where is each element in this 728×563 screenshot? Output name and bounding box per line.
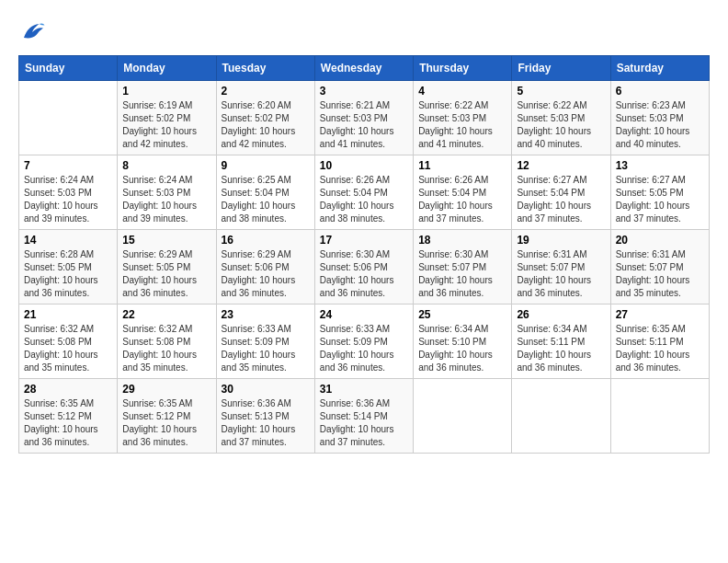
calendar-cell: 18Sunrise: 6:30 AMSunset: 5:07 PMDayligh… xyxy=(414,230,512,304)
day-info: Sunrise: 6:24 AMSunset: 5:03 PMDaylight:… xyxy=(24,174,112,225)
day-number: 30 xyxy=(222,383,310,396)
day-info: Sunrise: 6:24 AMSunset: 5:03 PMDaylight:… xyxy=(122,174,210,225)
day-number: 15 xyxy=(122,234,210,247)
header-tuesday: Tuesday xyxy=(216,56,314,81)
day-number: 3 xyxy=(320,85,408,98)
calendar-body: 1Sunrise: 6:19 AMSunset: 5:02 PMDaylight… xyxy=(19,81,710,454)
day-info: Sunrise: 6:26 AMSunset: 5:04 PMDaylight:… xyxy=(320,174,408,225)
calendar-cell: 30Sunrise: 6:36 AMSunset: 5:13 PMDayligh… xyxy=(216,379,314,454)
day-number: 19 xyxy=(517,234,605,247)
calendar-cell xyxy=(512,379,610,454)
day-info: Sunrise: 6:22 AMSunset: 5:03 PMDaylight:… xyxy=(418,99,506,151)
header-friday: Friday xyxy=(512,56,610,81)
week-row-1: 1Sunrise: 6:19 AMSunset: 5:02 PMDaylight… xyxy=(19,81,710,155)
day-number: 8 xyxy=(122,159,210,172)
calendar-cell: 12Sunrise: 6:27 AMSunset: 5:04 PMDayligh… xyxy=(512,155,610,230)
day-number: 26 xyxy=(517,308,605,321)
day-number: 1 xyxy=(122,85,210,98)
day-info: Sunrise: 6:27 AMSunset: 5:05 PMDaylight:… xyxy=(616,174,704,225)
header-wednesday: Wednesday xyxy=(314,56,413,81)
calendar-cell: 24Sunrise: 6:33 AMSunset: 5:09 PMDayligh… xyxy=(314,304,413,379)
logo xyxy=(18,18,50,46)
calendar-cell: 3Sunrise: 6:21 AMSunset: 5:03 PMDaylight… xyxy=(314,81,413,155)
header-thursday: Thursday xyxy=(414,56,512,81)
calendar-cell: 20Sunrise: 6:31 AMSunset: 5:07 PMDayligh… xyxy=(610,230,709,304)
week-row-2: 7Sunrise: 6:24 AMSunset: 5:03 PMDaylight… xyxy=(19,155,710,230)
day-number: 18 xyxy=(418,234,506,247)
day-number: 17 xyxy=(320,234,408,247)
day-number: 31 xyxy=(320,383,408,396)
day-number: 12 xyxy=(517,159,605,172)
day-info: Sunrise: 6:29 AMSunset: 5:05 PMDaylight:… xyxy=(122,248,210,300)
calendar-cell: 19Sunrise: 6:31 AMSunset: 5:07 PMDayligh… xyxy=(512,230,610,304)
calendar-cell: 17Sunrise: 6:30 AMSunset: 5:06 PMDayligh… xyxy=(314,230,413,304)
day-info: Sunrise: 6:31 AMSunset: 5:07 PMDaylight:… xyxy=(616,248,704,300)
day-info: Sunrise: 6:21 AMSunset: 5:03 PMDaylight:… xyxy=(320,99,408,151)
day-info: Sunrise: 6:29 AMSunset: 5:06 PMDaylight:… xyxy=(222,248,310,300)
header-row: SundayMondayTuesdayWednesdayThursdayFrid… xyxy=(19,56,710,81)
page-header xyxy=(18,18,710,46)
calendar-cell: 23Sunrise: 6:33 AMSunset: 5:09 PMDayligh… xyxy=(216,304,314,379)
day-info: Sunrise: 6:36 AMSunset: 5:14 PMDaylight:… xyxy=(320,397,408,449)
day-info: Sunrise: 6:20 AMSunset: 5:02 PMDaylight:… xyxy=(222,99,310,151)
day-info: Sunrise: 6:25 AMSunset: 5:04 PMDaylight:… xyxy=(222,174,310,225)
day-info: Sunrise: 6:30 AMSunset: 5:06 PMDaylight:… xyxy=(320,248,408,300)
week-row-3: 14Sunrise: 6:28 AMSunset: 5:05 PMDayligh… xyxy=(19,230,710,304)
day-number: 11 xyxy=(418,159,506,172)
calendar-cell: 5Sunrise: 6:22 AMSunset: 5:03 PMDaylight… xyxy=(512,81,610,155)
day-info: Sunrise: 6:22 AMSunset: 5:03 PMDaylight:… xyxy=(517,99,605,151)
calendar-cell: 29Sunrise: 6:35 AMSunset: 5:12 PMDayligh… xyxy=(118,379,216,454)
day-number: 13 xyxy=(616,159,704,172)
calendar-cell: 27Sunrise: 6:35 AMSunset: 5:11 PMDayligh… xyxy=(610,304,709,379)
calendar-cell: 11Sunrise: 6:26 AMSunset: 5:04 PMDayligh… xyxy=(414,155,512,230)
day-info: Sunrise: 6:30 AMSunset: 5:07 PMDaylight:… xyxy=(418,248,506,300)
day-number: 20 xyxy=(616,234,704,247)
day-number: 27 xyxy=(616,308,704,321)
day-info: Sunrise: 6:36 AMSunset: 5:13 PMDaylight:… xyxy=(222,397,310,449)
calendar-cell: 6Sunrise: 6:23 AMSunset: 5:03 PMDaylight… xyxy=(610,81,709,155)
day-number: 22 xyxy=(122,308,210,321)
calendar-cell: 26Sunrise: 6:34 AMSunset: 5:11 PMDayligh… xyxy=(512,304,610,379)
day-info: Sunrise: 6:32 AMSunset: 5:08 PMDaylight:… xyxy=(122,323,210,374)
logo-icon xyxy=(18,18,46,46)
calendar-cell: 13Sunrise: 6:27 AMSunset: 5:05 PMDayligh… xyxy=(610,155,709,230)
day-number: 2 xyxy=(222,85,310,98)
day-number: 24 xyxy=(320,308,408,321)
day-info: Sunrise: 6:34 AMSunset: 5:10 PMDaylight:… xyxy=(418,323,506,374)
day-number: 25 xyxy=(418,308,506,321)
header-monday: Monday xyxy=(118,56,216,81)
week-row-5: 28Sunrise: 6:35 AMSunset: 5:12 PMDayligh… xyxy=(19,379,710,454)
day-info: Sunrise: 6:26 AMSunset: 5:04 PMDaylight:… xyxy=(418,174,506,225)
day-info: Sunrise: 6:32 AMSunset: 5:08 PMDaylight:… xyxy=(24,323,112,374)
calendar-cell xyxy=(610,379,709,454)
day-number: 9 xyxy=(222,159,310,172)
day-number: 16 xyxy=(222,234,310,247)
day-info: Sunrise: 6:35 AMSunset: 5:11 PMDaylight:… xyxy=(616,323,704,374)
calendar-cell: 10Sunrise: 6:26 AMSunset: 5:04 PMDayligh… xyxy=(314,155,413,230)
calendar-cell: 2Sunrise: 6:20 AMSunset: 5:02 PMDaylight… xyxy=(216,81,314,155)
calendar-cell: 16Sunrise: 6:29 AMSunset: 5:06 PMDayligh… xyxy=(216,230,314,304)
day-info: Sunrise: 6:33 AMSunset: 5:09 PMDaylight:… xyxy=(222,323,310,374)
day-number: 4 xyxy=(418,85,506,98)
calendar-cell: 31Sunrise: 6:36 AMSunset: 5:14 PMDayligh… xyxy=(314,379,413,454)
calendar-cell xyxy=(414,379,512,454)
day-info: Sunrise: 6:33 AMSunset: 5:09 PMDaylight:… xyxy=(320,323,408,374)
day-number: 29 xyxy=(122,383,210,396)
calendar-cell: 8Sunrise: 6:24 AMSunset: 5:03 PMDaylight… xyxy=(118,155,216,230)
calendar-cell xyxy=(19,81,118,155)
header-sunday: Sunday xyxy=(19,56,118,81)
day-number: 21 xyxy=(24,308,112,321)
header-saturday: Saturday xyxy=(610,56,709,81)
day-info: Sunrise: 6:31 AMSunset: 5:07 PMDaylight:… xyxy=(517,248,605,300)
day-number: 6 xyxy=(616,85,704,98)
calendar-cell: 25Sunrise: 6:34 AMSunset: 5:10 PMDayligh… xyxy=(414,304,512,379)
calendar-cell: 1Sunrise: 6:19 AMSunset: 5:02 PMDaylight… xyxy=(118,81,216,155)
calendar-cell: 9Sunrise: 6:25 AMSunset: 5:04 PMDaylight… xyxy=(216,155,314,230)
day-number: 5 xyxy=(517,85,605,98)
calendar-cell: 28Sunrise: 6:35 AMSunset: 5:12 PMDayligh… xyxy=(19,379,118,454)
day-number: 28 xyxy=(24,383,112,396)
day-number: 23 xyxy=(222,308,310,321)
week-row-4: 21Sunrise: 6:32 AMSunset: 5:08 PMDayligh… xyxy=(19,304,710,379)
day-info: Sunrise: 6:34 AMSunset: 5:11 PMDaylight:… xyxy=(517,323,605,374)
calendar-cell: 21Sunrise: 6:32 AMSunset: 5:08 PMDayligh… xyxy=(19,304,118,379)
